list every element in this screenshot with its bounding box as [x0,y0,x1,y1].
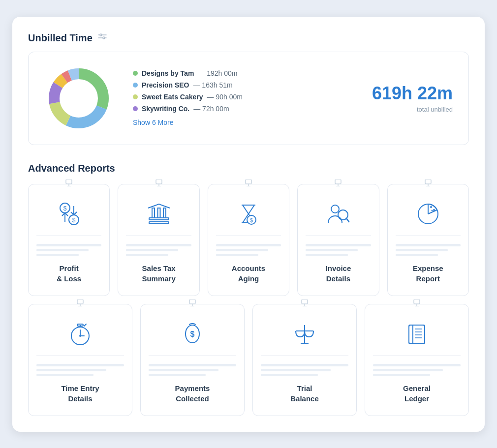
card-line [261,374,318,376]
card-line [149,374,206,376]
profit-loss-label: Profit& Loss [57,263,81,284]
trial-balance-label: TrialBalance [290,383,319,404]
card-pin-time-entry [76,299,85,306]
card-line [306,254,348,256]
svg-point-12 [60,80,97,117]
card-pin-expense-report [424,179,433,186]
legend-dot-4 [133,106,138,111]
card-pin-payments-collected [188,299,197,306]
expense-report-label: ExpenseReport [413,263,443,284]
svg-text:$: $ [250,217,253,223]
legend-value-1: — 192h 00m [198,69,237,77]
card-divider-payments-collected [149,356,236,356]
svg-rect-52 [77,299,83,304]
legend-value-4: — 72h 00m [193,105,229,113]
legend-value-3: — 90h 00m [207,93,243,101]
report-card-payments-collected[interactable]: $ PaymentsCollected [140,304,245,416]
card-lines-accounts-aging [216,244,281,256]
card-line [306,249,358,251]
card-lines-expense-report [396,244,461,256]
svg-text:$: $ [72,217,76,224]
svg-line-42 [346,218,349,222]
card-line [126,244,191,246]
reports-bottom-grid: Time EntryDetails $ [28,304,469,416]
report-card-time-entry[interactable]: Time EntryDetails [28,304,132,416]
svg-text:$: $ [190,330,195,338]
svg-point-2 [100,34,102,36]
card-divider-profit-loss [36,236,101,236]
card-line [36,254,79,256]
card-line [261,369,331,371]
card-line [126,254,168,256]
main-container: Unbilled Time [12,17,485,432]
donut-chart [44,64,113,133]
filter-icon[interactable] [97,33,107,43]
svg-rect-43 [425,179,431,184]
card-line [36,249,89,251]
svg-rect-78 [409,325,425,344]
svg-rect-22 [156,179,162,184]
invoice-details-icon [322,198,354,230]
svg-point-58 [79,335,81,337]
payments-collected-icon: $ [177,318,208,350]
card-pin-accounts-aging [244,179,253,186]
unbilled-legend: Designs by Tam — 192h 00m Precision SEO … [133,69,352,127]
legend-dot-1 [133,71,138,76]
profit-loss-icon: $ $ [53,198,85,230]
card-divider-expense-report [396,236,461,236]
time-entry-icon [64,318,96,350]
card-line [373,369,443,371]
card-pin-general-ledger [412,299,421,306]
report-card-general-ledger[interactable]: GeneralLedger [365,304,469,416]
svg-point-50 [433,209,435,211]
card-divider-accounts-aging [216,236,281,236]
report-card-trial-balance[interactable]: TrialBalance [252,304,357,416]
payments-collected-label: PaymentsCollected [175,383,210,404]
svg-rect-74 [414,299,420,304]
svg-rect-26 [149,222,169,224]
card-line [396,254,438,256]
svg-rect-30 [246,179,251,184]
card-lines-general-ledger [373,364,461,376]
total-time-value: 619h 22m [372,83,453,104]
report-card-sales-tax[interactable]: Sales TaxSummary [118,184,199,296]
legend-name-4: Skywriting Co. [142,105,189,113]
card-divider-sales-tax [126,236,191,236]
card-lines-profit-loss [36,244,101,256]
svg-rect-13 [66,179,72,184]
svg-point-51 [431,209,433,211]
card-line [373,364,461,366]
card-lines-payments-collected [149,364,236,376]
report-card-expense-report[interactable]: ExpenseReport [387,184,469,296]
card-divider-time-entry [36,356,124,356]
card-line [36,369,106,371]
card-line [261,364,348,366]
card-line [36,244,101,246]
unbilled-title: Unbilled Time [28,32,93,44]
legend-name-3: Sweet Eats Cakery [142,93,203,101]
expense-report-icon [412,198,444,230]
trial-balance-icon [289,318,320,350]
card-line [149,369,218,371]
card-pin-profit-loss [64,179,73,186]
card-line [216,254,258,256]
card-lines-invoice-details [306,244,371,256]
svg-rect-77 [409,325,425,344]
card-line [306,244,371,246]
legend-dot-2 [133,83,138,88]
report-card-invoice-details[interactable]: InvoiceDetails [297,184,379,296]
svg-line-61 [84,324,86,326]
sales-tax-icon [143,198,175,230]
legend-item-2: Precision SEO — 163h 51m [133,81,352,89]
legend-dot-3 [133,94,138,99]
show-more-link[interactable]: Show 6 More [133,119,173,126]
svg-rect-29 [163,208,166,218]
report-card-accounts-aging[interactable]: $ AccountsAging [208,184,289,296]
legend-name-1: Designs by Tam [142,69,194,77]
svg-point-49 [430,206,432,208]
card-divider-general-ledger [373,356,461,356]
svg-rect-37 [335,179,341,184]
total-unbilled: 619h 22m total unbilled [372,83,453,113]
card-divider-invoice-details [306,236,371,236]
report-card-profit-loss[interactable]: $ $ Profit& Loss [28,184,110,296]
